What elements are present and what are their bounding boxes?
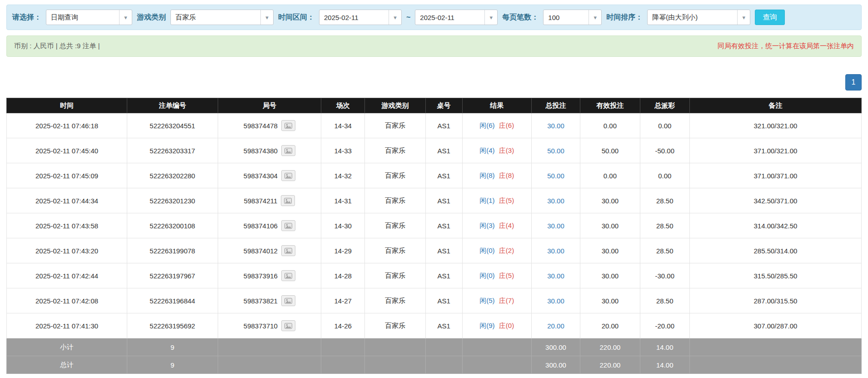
video-icon [284, 173, 292, 179]
date-from-value: 2025-02-11 [319, 14, 363, 21]
cell-bet-number: 522263199078 [127, 238, 218, 263]
column-header: 场次 [321, 98, 365, 113]
cell-game-category: 百家乐 [365, 188, 426, 213]
page-1-button[interactable]: 1 [845, 74, 862, 91]
video-replay-button[interactable] [281, 245, 295, 256]
result-player: 闲(4) [479, 146, 494, 154]
subtotal-count: 9 [127, 338, 218, 356]
cell-payout: 28.50 [640, 188, 689, 213]
time-sort-value: 降幂(由大到小) [648, 13, 702, 22]
result-player: 闲(1) [479, 197, 494, 204]
game-category-value: 百家乐 [171, 13, 200, 22]
cell-remark: 321.00/321.00 [689, 113, 861, 138]
cell-valid-bet: 30.00 [580, 188, 640, 213]
cell-remark: 285.50/314.00 [689, 238, 861, 263]
total-bet-link[interactable]: 30.00 [547, 272, 564, 280]
video-replay-button[interactable] [281, 120, 295, 131]
query-button[interactable]: 查询 [755, 10, 785, 25]
time-sort-dropdown[interactable]: 降幂(由大到小) ▾ [647, 10, 750, 25]
total-bet-link[interactable]: 30.00 [547, 222, 564, 230]
grand-total-payout: 14.00 [640, 356, 689, 374]
result-banker: 庄(4) [499, 222, 514, 229]
pagination-top: 1 [6, 74, 862, 91]
round-number-text: 598374211 [244, 197, 277, 205]
cell-session: 14-33 [321, 138, 365, 163]
cell-result: 闲(0) 庄(5) [462, 263, 531, 288]
summary-bar: 币别 : 人民币 | 总共 :9 注单 | 同局有效投注，统一计算在该局第一张注… [6, 35, 862, 57]
result-player: 闲(6) [479, 121, 494, 129]
total-bet-link[interactable]: 30.00 [547, 297, 564, 305]
cell-round-number: 598374478 [218, 113, 321, 138]
cell-time: 2025-02-11 07:43:58 [7, 213, 127, 238]
cell-time: 2025-02-11 07:46:18 [7, 113, 127, 138]
subtotal-total-bet: 300.00 [531, 338, 580, 356]
cell-table-number: AS1 [425, 213, 462, 238]
game-category-dropdown[interactable]: 百家乐 ▾ [170, 10, 274, 25]
date-from-dropdown[interactable]: 2025-02-11 ▾ [319, 10, 402, 25]
result-banker: 庄(6) [499, 121, 514, 129]
cell-round-number: 598374106 [218, 213, 321, 238]
cell-total-bet: 30.00 [531, 213, 580, 238]
total-bet-link[interactable]: 50.00 [547, 172, 564, 180]
subtotal-valid-bet: 220.00 [580, 338, 640, 356]
cell-game-category: 百家乐 [365, 313, 426, 338]
video-replay-button[interactable] [281, 170, 295, 181]
round-number-text: 598373916 [244, 272, 278, 280]
query-type-dropdown[interactable]: 日期查询 ▾ [46, 10, 132, 25]
cell-round-number: 598373916 [218, 263, 321, 288]
cell-session: 14-34 [321, 113, 365, 138]
video-replay-button[interactable] [281, 195, 295, 206]
cell-bet-number: 522263196844 [127, 288, 218, 313]
cell-remark: 287.00/315.50 [689, 288, 861, 313]
result-player: 闲(9) [479, 322, 494, 329]
filter-bar: 请选择： 日期查询 ▾ 游戏类别 百家乐 ▾ 时间区间： 2025-02-11 … [6, 5, 862, 30]
cell-result: 闲(9) 庄(0) [462, 313, 531, 338]
video-replay-button[interactable] [281, 270, 295, 281]
video-replay-button[interactable] [281, 320, 295, 331]
cell-time: 2025-02-11 07:41:30 [7, 313, 127, 338]
video-replay-button[interactable] [281, 145, 295, 156]
cell-time: 2025-02-11 07:45:40 [7, 138, 127, 163]
cell-table-number: AS1 [425, 263, 462, 288]
round-number-text: 598374012 [244, 247, 278, 255]
total-bet-link[interactable]: 30.00 [547, 122, 564, 130]
cell-table-number: AS1 [425, 313, 462, 338]
date-to-dropdown[interactable]: 2025-02-11 ▾ [415, 10, 498, 25]
total-bet-link[interactable]: 20.00 [547, 322, 564, 330]
cell-round-number: 598374304 [218, 163, 321, 188]
cell-session: 14-31 [321, 188, 365, 213]
total-bet-link[interactable]: 30.00 [547, 247, 564, 255]
total-bet-link[interactable]: 30.00 [547, 197, 564, 205]
query-type-value: 日期查询 [46, 13, 83, 22]
cell-payout: -20.00 [640, 313, 689, 338]
cell-round-number: 598373821 [218, 288, 321, 313]
video-icon [284, 323, 292, 329]
cell-valid-bet: 30.00 [580, 238, 640, 263]
round-number-text: 598373710 [244, 322, 278, 330]
cell-result: 闲(8) 庄(8) [462, 163, 531, 188]
page-size-dropdown[interactable]: 100 ▾ [543, 10, 602, 25]
cell-result: 闲(4) 庄(3) [462, 138, 531, 163]
column-header: 备注 [689, 98, 861, 113]
chevron-down-icon: ▾ [737, 10, 750, 25]
cell-remark: 307.00/287.00 [689, 313, 861, 338]
bet-records-table: 时间 注单编号 局号 场次 游戏类别 桌号 结果 总投注 有效投注 [6, 98, 862, 374]
video-replay-button[interactable] [281, 220, 295, 231]
total-bet-link[interactable]: 50.00 [547, 147, 564, 155]
cell-game-category: 百家乐 [365, 288, 426, 313]
chevron-down-icon: ▾ [119, 10, 132, 25]
date-to-value: 2025-02-11 [415, 14, 459, 21]
cell-total-bet: 50.00 [531, 163, 580, 188]
time-range-label: 时间区间： [278, 13, 314, 22]
table-row: 2025-02-11 07:42:08 522263196844 5983738… [7, 288, 862, 313]
cell-game-category: 百家乐 [365, 113, 426, 138]
column-header: 时间 [7, 98, 127, 113]
range-separator: ~ [406, 13, 410, 21]
query-type-label: 请选择： [12, 13, 41, 22]
cell-round-number: 598374012 [218, 238, 321, 263]
subtotal-payout: 14.00 [640, 338, 689, 356]
video-icon [284, 298, 292, 304]
video-replay-button[interactable] [281, 295, 295, 306]
video-icon [284, 198, 292, 204]
round-number-text: 598374380 [244, 147, 278, 155]
